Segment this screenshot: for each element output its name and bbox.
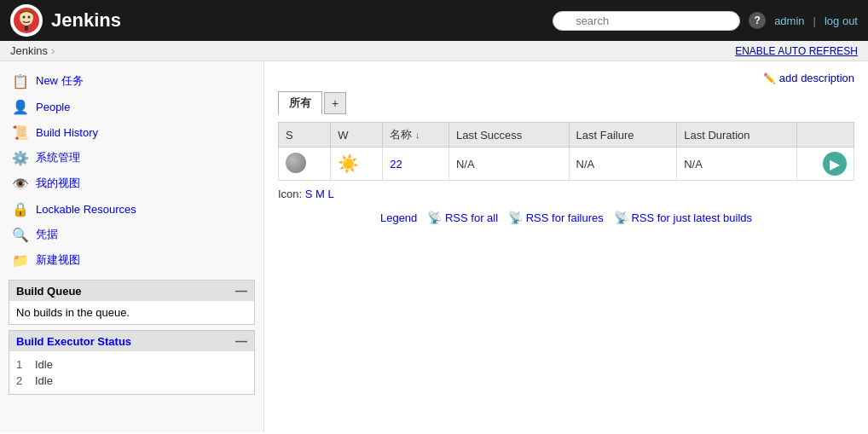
col-name-label: 名称 — [390, 128, 412, 141]
breadcrumb-separator: › — [51, 44, 55, 57]
rss-failures-link[interactable]: RSS for failures — [526, 211, 604, 224]
job-name-link[interactable]: 22 — [390, 158, 402, 171]
sidebar-label-people: People — [36, 101, 70, 113]
search-input[interactable] — [553, 11, 740, 31]
svg-point-2 — [23, 16, 26, 19]
tab-all[interactable]: 所有 — [278, 91, 322, 115]
jobs-tbody: ☀️22N/AN/AN/A▶ — [279, 148, 854, 181]
sidebar-label-system-manage: 系统管理 — [36, 150, 80, 165]
build-executor-header: Build Executor Status — — [9, 331, 254, 351]
icon-size-m[interactable]: M — [315, 188, 325, 200]
rss-failures-icon: 📡 — [508, 211, 523, 224]
tabs-bar: 所有 + — [278, 91, 854, 115]
sidebar-item-new-task[interactable]: 📋New 任务 — [0, 68, 263, 94]
breadcrumb: Jenkins › Enable Auto Refresh — [0, 41, 868, 61]
cell-w: ☀️ — [331, 148, 383, 181]
rss-bar: Legend 📡 RSS for all 📡 RSS for failures … — [278, 211, 854, 224]
auto-refresh-link[interactable]: Enable Auto Refresh — [735, 45, 858, 57]
col-last-failure: Last Failure — [569, 123, 677, 148]
col-s: S — [279, 123, 331, 148]
logout-link[interactable]: log out — [825, 14, 858, 27]
sidebar-icon-people: 👤 — [12, 98, 29, 115]
sidebar-item-system-manage[interactable]: ⚙️系统管理 — [0, 145, 263, 171]
build-executor-collapse[interactable]: — — [235, 334, 247, 348]
build-queue-empty: No builds in the queue. — [16, 306, 130, 319]
cell-build-btn: ▶ — [796, 148, 854, 181]
sidebar-item-my-view[interactable]: 👁️我的视图 — [0, 171, 263, 196]
sidebar-icon-lockable-resources: 🔒 — [12, 200, 29, 217]
jobs-table: S W 名称 ↓ Last Success Last Failure Last … — [278, 122, 854, 181]
sidebar-item-credentials[interactable]: 🔍凭据 — [0, 222, 263, 247]
logo-text: Jenkins — [51, 9, 121, 32]
rss-all-icon: 📡 — [427, 211, 442, 224]
add-description-link[interactable]: add description — [763, 72, 854, 84]
admin-link[interactable]: admin — [774, 14, 804, 27]
rss-failures-wrapper: 📡 RSS for failures — [508, 211, 604, 224]
build-queue-panel: Build Queue — No builds in the queue. — [9, 280, 255, 325]
build-executor-panel: Build Executor Status — 1Idle2Idle — [9, 330, 255, 395]
sidebar-icon-build-history: 📜 — [12, 124, 29, 141]
header: Jenkins 🔍 ? admin | log out — [0, 0, 868, 41]
executor-row: 1Idle — [16, 356, 247, 373]
build-executor-body: 1Idle2Idle — [9, 351, 254, 394]
executor-num: 1 — [16, 358, 28, 371]
build-now-button[interactable]: ▶ — [823, 152, 847, 176]
build-executor-title-link[interactable]: Build Executor Status — [16, 335, 131, 348]
cell-s — [279, 148, 331, 181]
executor-rows: 1Idle2Idle — [16, 356, 247, 389]
sidebar-nav: 📋New 任务👤People📜Build History⚙️系统管理👁️我的视图… — [0, 68, 263, 273]
col-w: W — [331, 123, 383, 148]
cell-last-failure: N/A — [569, 148, 677, 181]
col-actions — [796, 123, 854, 148]
help-icon[interactable]: ? — [749, 12, 766, 29]
svg-point-3 — [28, 16, 31, 19]
cell-last-duration: N/A — [677, 148, 797, 181]
executor-num: 2 — [16, 374, 28, 387]
breadcrumb-left: Jenkins › — [10, 44, 55, 57]
sidebar-label-new-task: New 任务 — [36, 73, 84, 89]
sidebar-icon-my-view: 👁️ — [12, 175, 29, 192]
sidebar-label-lockable-resources: Lockable Resources — [36, 203, 136, 216]
sidebar-item-build-history[interactable]: 📜Build History — [0, 119, 263, 145]
rss-all-link[interactable]: RSS for all — [445, 211, 498, 224]
sidebar-icon-new-view: 📁 — [12, 252, 29, 269]
build-queue-body: No builds in the queue. — [9, 301, 254, 324]
sidebar-item-new-view[interactable]: 📁新建视图 — [0, 247, 263, 273]
col-name[interactable]: 名称 ↓ — [383, 123, 449, 148]
main-layout: 📋New 任务👤People📜Build History⚙️系统管理👁️我的视图… — [0, 61, 868, 432]
sidebar-label-new-view: 新建视图 — [36, 252, 80, 268]
rss-latest-link[interactable]: RSS for just latest builds — [631, 211, 752, 224]
sidebar-label-my-view: 我的视图 — [36, 176, 80, 191]
content-area: add description 所有 + S W 名称 ↓ Last Succe… — [264, 61, 868, 432]
rss-all-wrapper: 📡 RSS for all — [427, 211, 498, 224]
build-queue-collapse[interactable]: — — [235, 284, 247, 298]
header-left: Jenkins — [10, 4, 121, 37]
table-row: ☀️22N/AN/AN/A▶ — [279, 148, 854, 181]
status-grey-icon — [286, 153, 306, 173]
sidebar-label-build-history: Build History — [36, 126, 98, 139]
icon-size-l[interactable]: L — [328, 188, 334, 200]
sidebar-icon-new-task: 📋 — [12, 72, 29, 90]
col-last-success: Last Success — [448, 123, 569, 148]
sidebar-icon-system-manage: ⚙️ — [12, 149, 29, 166]
header-right: 🔍 ? admin | log out — [553, 11, 858, 31]
icon-size-s[interactable]: S — [305, 188, 313, 200]
breadcrumb-root-link[interactable]: Jenkins — [10, 44, 48, 57]
sidebar: 📋New 任务👤People📜Build History⚙️系统管理👁️我的视图… — [0, 61, 264, 432]
sidebar-item-people[interactable]: 👤People — [0, 94, 263, 119]
executor-status: Idle — [35, 358, 53, 371]
header-separator: | — [813, 14, 816, 27]
col-last-duration: Last Duration — [677, 123, 797, 148]
sidebar-item-lockable-resources[interactable]: 🔒Lockable Resources — [0, 196, 263, 222]
cell-last-success: N/A — [448, 148, 569, 181]
rss-latest-icon: 📡 — [614, 211, 628, 224]
sidebar-icon-credentials: 🔍 — [12, 226, 29, 243]
legend-link[interactable]: Legend — [380, 211, 417, 224]
status-sun-icon: ☀️ — [338, 153, 358, 174]
search-wrapper: 🔍 — [553, 11, 740, 31]
table-header-row: S W 名称 ↓ Last Success Last Failure Last … — [279, 123, 854, 148]
tab-add[interactable]: + — [324, 92, 346, 114]
sidebar-label-credentials: 凭据 — [36, 227, 58, 242]
icon-legend: Icon: S M L — [278, 188, 854, 200]
play-icon: ▶ — [830, 156, 840, 172]
